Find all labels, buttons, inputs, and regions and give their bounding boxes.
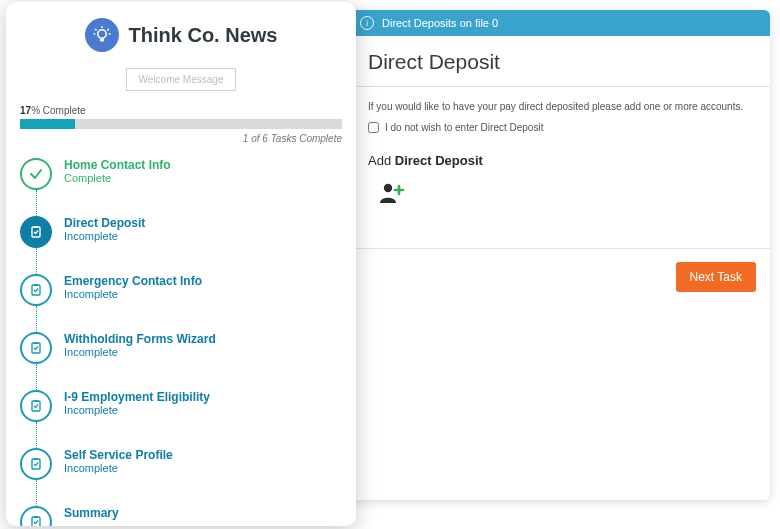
connector-line (36, 364, 37, 392)
optout-row[interactable]: I do not wish to enter Direct Deposit (368, 122, 752, 133)
svg-rect-11 (34, 226, 38, 228)
clipboard-icon (20, 216, 52, 248)
clipboard-icon (20, 448, 52, 480)
add-person-icon (378, 182, 406, 204)
svg-line-5 (95, 29, 97, 30)
task-self-service-profile[interactable]: Self Service Profile Incomplete (20, 448, 342, 506)
task-title: I-9 Employment Eligibility (64, 390, 210, 404)
progress-fill (20, 119, 75, 129)
tasks-complete-label: 1 of 6 Tasks Complete (20, 133, 342, 144)
add-account-button[interactable] (368, 178, 416, 208)
progress-bar (20, 119, 342, 129)
task-status: Incomplete (64, 462, 173, 475)
divider (350, 248, 770, 249)
svg-rect-21 (34, 516, 38, 518)
task-direct-deposit[interactable]: Direct Deposit Incomplete (20, 216, 342, 274)
task-title: Self Service Profile (64, 448, 173, 462)
progress-suffix: % Complete (31, 105, 85, 116)
connector-line (36, 422, 37, 450)
check-icon (20, 158, 52, 190)
task-status: Incomplete (64, 404, 210, 417)
optout-label: I do not wish to enter Direct Deposit (385, 122, 543, 133)
direct-deposit-panel: i Direct Deposits on file 0 Direct Depos… (350, 10, 770, 500)
svg-rect-13 (34, 284, 38, 286)
task-title: Emergency Contact Info (64, 274, 202, 288)
brand-logo (85, 18, 119, 52)
svg-point-3 (97, 30, 105, 38)
task-status: Complete (64, 172, 171, 185)
add-bold: Direct Deposit (395, 153, 483, 168)
task-title: Withholding Forms Wizard (64, 332, 216, 346)
svg-rect-17 (34, 400, 38, 402)
clipboard-icon (20, 390, 52, 422)
task-withholding-forms[interactable]: Withholding Forms Wizard Incomplete (20, 332, 342, 390)
task-status: Incomplete (64, 346, 216, 359)
svg-rect-20 (32, 517, 40, 526)
next-task-button[interactable]: Next Task (676, 262, 756, 292)
status-bar-text: Direct Deposits on file 0 (382, 17, 498, 29)
welcome-message-button[interactable]: Welcome Message (126, 68, 237, 91)
panel-status-bar: i Direct Deposits on file 0 (350, 10, 770, 36)
task-status: Incomplete (64, 230, 145, 243)
add-section-title: Add Direct Deposit (368, 153, 752, 168)
panel-heading: Direct Deposit (350, 36, 770, 86)
task-title: Home Contact Info (64, 158, 171, 172)
svg-rect-9 (100, 39, 104, 42)
optout-checkbox[interactable] (368, 122, 379, 133)
clipboard-icon (20, 274, 52, 306)
task-list: Home Contact Info Complete Direct Deposi… (20, 158, 342, 526)
task-title: Summary (64, 506, 119, 520)
svg-rect-15 (34, 342, 38, 344)
svg-line-6 (107, 29, 109, 30)
svg-point-0 (384, 184, 392, 192)
onboarding-tasks-panel: Think Co. News Welcome Message 17% Compl… (6, 2, 356, 526)
connector-line (36, 306, 37, 334)
lightbulb-icon (92, 25, 112, 45)
svg-rect-19 (34, 458, 38, 460)
brand-header: Think Co. News (20, 18, 342, 52)
connector-line (36, 190, 37, 218)
task-title: Direct Deposit (64, 216, 145, 230)
task-status: Incomplete (64, 288, 202, 301)
connector-line (36, 248, 37, 276)
task-emergency-contact[interactable]: Emergency Contact Info Incomplete (20, 274, 342, 332)
clipboard-icon (20, 332, 52, 364)
connector-line (36, 480, 37, 508)
brand-name: Think Co. News (129, 24, 278, 47)
instruction-text: If you would like to have your pay direc… (368, 101, 752, 112)
task-i9-eligibility[interactable]: I-9 Employment Eligibility Incomplete (20, 390, 342, 448)
info-icon: i (360, 16, 374, 30)
task-home-contact-info[interactable]: Home Contact Info Complete (20, 158, 342, 216)
panel-body: If you would like to have your pay direc… (350, 87, 770, 222)
progress-percent: 17 (20, 105, 31, 116)
add-prefix: Add (368, 153, 395, 168)
progress-label: 17% Complete (20, 105, 342, 116)
clipboard-icon (20, 506, 52, 526)
task-summary[interactable]: Summary (20, 506, 342, 526)
